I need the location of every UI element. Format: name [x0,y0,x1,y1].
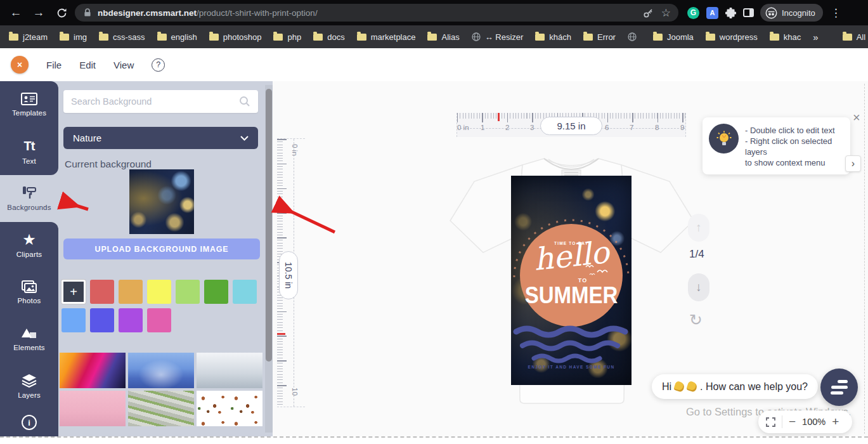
refresh-canvas-button[interactable]: ↻ [689,311,703,329]
back-button[interactable]: ← [6,3,25,22]
folder-icon [157,34,167,41]
color-swatch[interactable] [119,280,143,304]
background-color-swatches: + [62,280,263,332]
side-panel-icon[interactable] [743,8,754,17]
sidebar-item-backgrounds[interactable]: Backgrounds [0,175,58,222]
address-bar[interactable]: nbdesigner.cmsmart.net/product/t-shirt-w… [75,4,678,22]
folder-icon [706,34,715,41]
incognito-badge[interactable]: Incognito [760,4,823,22]
horizontal-ruler: 0 in 1 2 3 6 7 8 9 9.15 in [457,113,686,137]
backgrounds-panel: Nature Current background UPLOAD BACKGRO… [58,81,273,436]
menu-file[interactable]: File [46,60,62,70]
panel-scrollbar[interactable] [265,85,273,433]
sidebar-item-layers[interactable]: Layers [0,363,58,410]
photos-icon [22,280,37,293]
bookmark-item[interactable]: marketplace [357,32,416,42]
upload-background-button[interactable]: UPLOAD BACKGROUND IMAGE [63,238,260,259]
background-thumbnail-christmas-pattern[interactable] [197,391,262,426]
ruler-tick-label: 0 in [291,144,299,156]
bookmark-item[interactable]: Joomla [653,32,694,42]
bookmark-item[interactable]: photoshop [209,32,262,42]
sidebar-item-templates[interactable]: Templates [0,81,58,128]
close-designer-button[interactable]: × [11,56,29,74]
sidebar-item-text[interactable]: Tt Text [0,128,58,175]
ruler-tick-label: 2 [505,124,509,131]
all-bookmarks[interactable]: All Bookmarks [843,32,868,42]
page-bottom-edge [0,436,868,444]
bookmark-item[interactable]: khách [535,32,571,42]
panel-scrollbar-thumb[interactable] [266,89,272,362]
folder-icon [770,34,779,41]
color-swatch[interactable] [90,308,114,332]
chat-launcher-button[interactable] [820,369,858,406]
search-icon[interactable] [239,96,250,107]
menu-view[interactable]: View [113,60,134,70]
bookmark-item[interactable]: php [273,32,301,42]
bookmark-item[interactable]: ↔ Resizer [472,32,524,42]
bookmark-item[interactable]: english [157,32,197,42]
add-color-button[interactable]: + [62,280,86,304]
chat-greeting-bubble[interactable]: Hi . How can we help you? [652,374,818,399]
color-swatch[interactable] [90,280,114,304]
ruler-tick-label: 6 [605,124,609,131]
reload-button[interactable] [52,3,71,22]
password-key-icon[interactable] [643,8,654,18]
color-swatch[interactable] [147,280,171,304]
color-swatch[interactable] [176,280,200,304]
bookmark-item[interactable] [628,32,641,41]
forward-button[interactable]: → [29,3,48,22]
background-thumbnail-blue-waves[interactable] [128,353,194,388]
design-canvas[interactable]: 0 in 1 2 3 6 7 8 9 9.15 in 0 in 10 10.5 … [273,81,868,436]
tools-sidebar: Templates Tt Text Backgrounds ★ Cliparts… [0,81,58,436]
bookmark-item[interactable]: img [60,32,87,42]
browser-menu-icon[interactable]: ⋮ [828,6,844,20]
side-counter: 1/4 [689,248,704,261]
help-button[interactable]: ? [152,58,165,72]
url-path: /product/t-shirt-with-print-option/ [197,8,318,18]
extensions-puzzle-icon[interactable] [725,8,736,18]
bookmark-star-icon[interactable]: ☆ [661,6,671,20]
lock-icon [82,8,93,18]
zoom-out-button[interactable]: − [789,415,796,429]
tooltip-next-button[interactable]: › [845,155,861,172]
background-category-dropdown[interactable]: Nature [63,127,258,149]
sidebar-item-photos[interactable]: Photos [0,269,58,316]
bookmark-item[interactable]: wordpress [706,32,758,42]
current-background-thumbnail[interactable] [129,169,194,234]
color-swatch[interactable] [147,308,171,332]
sidebar-item-cliparts[interactable]: ★ Cliparts [0,222,58,269]
bookmark-item[interactable]: j2team [9,32,48,42]
bookmarks-overflow-chevron[interactable]: » [813,32,818,42]
bookmark-item[interactable]: khac [770,32,801,42]
translate-extension-icon[interactable]: A [706,7,718,19]
bookmark-item[interactable]: Error [583,32,616,42]
background-thumbnail-abstract-colorful[interactable] [60,353,126,388]
previous-side-button[interactable]: ↑ [688,214,709,242]
bookmark-item[interactable]: docs [313,32,344,42]
ruler-cursor-marker [277,333,285,335]
grammarly-extension-icon[interactable]: G [687,7,699,19]
search-background-input[interactable] [71,96,239,107]
canvas-right-edge [864,84,865,434]
color-swatch[interactable] [233,280,257,304]
color-swatch[interactable] [119,308,143,332]
search-background-box [63,90,258,113]
ruler-tick-label: 1 [481,124,484,131]
info-button[interactable]: i [0,415,58,430]
bookmark-item[interactable]: css-sass [99,32,145,42]
zoom-in-button[interactable]: + [832,415,839,429]
background-thumbnail-green-building[interactable] [128,391,194,426]
menu-edit[interactable]: Edit [79,60,96,70]
color-swatch[interactable] [204,280,228,304]
tooltip-close-icon[interactable]: × [853,110,860,125]
next-side-button[interactable]: ↓ [688,273,709,301]
tshirt-right-sleeve [621,165,694,252]
folder-icon [273,34,283,41]
color-swatch[interactable] [62,308,86,332]
design-artwork[interactable]: TIME TO SAY hello TO SUMMER ENJOY IT AND… [511,176,632,385]
fullscreen-icon[interactable] [766,417,775,427]
background-thumbnail-pink-room[interactable] [60,391,126,426]
sidebar-item-elements[interactable]: Elements [0,316,58,363]
background-thumbnail-gray-gradient[interactable] [197,353,262,388]
bookmark-item[interactable]: Alias [427,32,459,42]
